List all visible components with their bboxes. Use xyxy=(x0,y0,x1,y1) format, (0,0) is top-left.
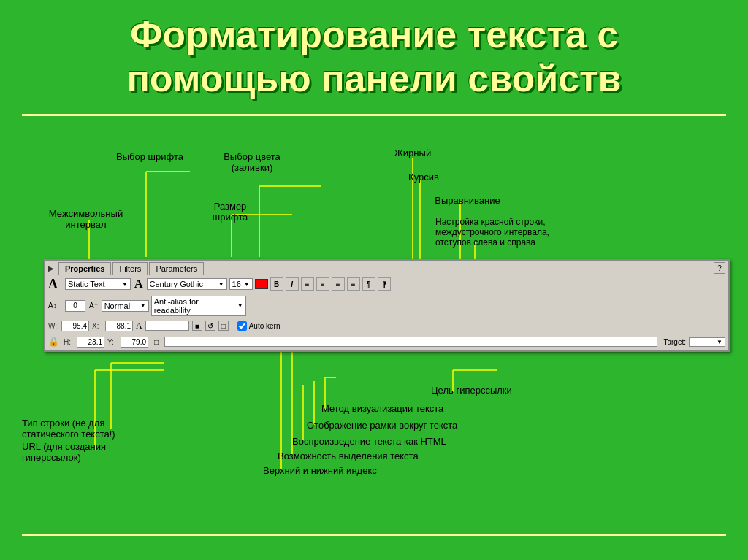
font-size-value: 16 xyxy=(232,280,241,288)
antialias-arrow-icon: ▼ xyxy=(237,302,243,309)
tab-parameters[interactable]: Parameters xyxy=(149,262,204,275)
tab-properties[interactable]: Properties xyxy=(58,262,111,275)
tab-filters[interactable]: Filters xyxy=(112,262,148,275)
normal-value: Normal xyxy=(104,302,130,310)
annotation-selectable: Возможность выделения текста xyxy=(278,450,471,462)
align-center-button[interactable]: ≡ xyxy=(316,277,329,291)
small-a-icon: A xyxy=(136,321,142,331)
av-label: A↕ xyxy=(48,302,63,310)
w-label: W: xyxy=(48,322,58,330)
justify-button[interactable]: ≡ xyxy=(347,277,360,291)
annotation-line-type: Тип строки (не для статического текста!) xyxy=(22,418,142,440)
annotation-superscript: Верхний и нижний индекс xyxy=(263,465,446,477)
normal-dropdown[interactable]: Normal ▼ xyxy=(102,300,149,312)
x-input[interactable] xyxy=(105,321,133,331)
text-preview-box xyxy=(145,321,189,331)
font-icon: A xyxy=(134,277,143,291)
panel-row-1: A Static Text ▼ A Century Gothic ▼ 16 ▼ … xyxy=(45,275,728,294)
italic-button[interactable]: I xyxy=(286,277,299,291)
antialias-value: Anti-alias for readability xyxy=(154,297,235,315)
text-type-arrow-icon: ▼ xyxy=(122,281,128,288)
refresh-btn[interactable]: ↺ xyxy=(205,321,215,331)
indent-button[interactable]: ⁋ xyxy=(378,277,391,291)
paragraph-button[interactable]: ¶ xyxy=(362,277,375,291)
a-superscript-label: A⁺ xyxy=(89,302,98,310)
annotation-alignment: Выравнивание xyxy=(413,195,522,207)
color-box[interactable] xyxy=(255,279,268,289)
autokern-checkbox[interactable] xyxy=(237,321,247,331)
panel-row-2: A↕ A⁺ Normal ▼ Anti-alias for readabilit… xyxy=(45,294,728,318)
text-type-value: Static Text xyxy=(68,280,105,288)
bottom-divider xyxy=(22,534,726,536)
target-arrow-icon: ▼ xyxy=(717,339,722,345)
diagram-area: Выбор шрифта Выбор цвета (заливки) Жирны… xyxy=(0,122,748,531)
panel-collapse-icon[interactable]: ▶ xyxy=(48,264,54,272)
panel-tabs: ▶ Properties Filters Parameters ? xyxy=(45,261,728,275)
normal-arrow-icon: ▼ xyxy=(140,302,146,309)
annotation-font-select: Выбор шрифта xyxy=(113,151,186,163)
annotation-render-html: Воспроизведение текста как HTML xyxy=(292,436,486,448)
font-dropdown[interactable]: Century Gothic ▼ xyxy=(147,278,227,290)
tracking-input[interactable] xyxy=(65,300,85,312)
font-size-arrow-icon: ▼ xyxy=(244,281,250,288)
align-left-button[interactable]: ≡ xyxy=(301,277,314,291)
target-dropdown[interactable]: ▼ xyxy=(689,337,725,347)
annotation-italic: Курсив xyxy=(394,172,453,183)
annotation-color-select: Выбор цвета (заливки) xyxy=(215,151,289,174)
annotation-tracking: Межсимвольный интервал xyxy=(37,208,135,231)
x-label: X: xyxy=(92,322,102,330)
align-right-button[interactable]: ≡ xyxy=(332,277,345,291)
help-button[interactable]: ? xyxy=(714,262,725,274)
annotation-url: URL (для создания гиперссылок) xyxy=(22,441,142,464)
font-dropdown-arrow-icon: ▼ xyxy=(218,281,224,288)
top-divider xyxy=(22,114,726,116)
h-label: H: xyxy=(64,338,74,346)
autokern-label: Auto kern xyxy=(249,322,280,330)
annotation-indent-full: Настройка красной строки,междустрочного … xyxy=(435,217,607,248)
font-name-value: Century Gothic xyxy=(150,280,203,288)
w-input[interactable] xyxy=(61,321,89,331)
text-icon: A xyxy=(48,277,63,292)
autokern-container: Auto kern xyxy=(237,321,280,331)
url-input-box[interactable] xyxy=(164,337,657,347)
h-input[interactable] xyxy=(77,337,104,348)
title: Форматирование текста с помощью панели с… xyxy=(29,13,719,101)
embed-btn[interactable]: □ xyxy=(218,321,229,331)
text-type-dropdown[interactable]: Static Text ▼ xyxy=(65,278,131,290)
target-row-icon: □ xyxy=(154,338,159,346)
y-label: Y: xyxy=(107,338,118,346)
annotation-hyperlink-target: Цель гиперссылки xyxy=(431,385,541,396)
panel-row-4: 🔒 H: Y: □ Target: ▼ xyxy=(45,334,728,350)
annotation-text-render: Метод визуализации текста xyxy=(321,403,482,415)
annotation-show-border: Отображение рамки вокруг текста xyxy=(307,420,489,431)
antialias-dropdown[interactable]: Anti-alias for readability ▼ xyxy=(151,296,246,316)
y-input[interactable] xyxy=(121,337,148,348)
annotation-bold: Жирный xyxy=(380,147,446,159)
text-color-btn[interactable]: ■ xyxy=(192,321,202,331)
target-label: Target: xyxy=(663,338,686,346)
panel-row-3: W: X: A ■ ↺ □ Auto kern xyxy=(45,318,728,334)
annotation-font-size: Размер шрифта xyxy=(197,201,263,223)
lock-icon: 🔒 xyxy=(48,337,59,347)
title-area: Форматирование текста с помощью панели с… xyxy=(0,0,748,108)
properties-panel: ▶ Properties Filters Parameters ? A Stat… xyxy=(44,259,730,352)
bold-button[interactable]: B xyxy=(270,277,283,291)
font-size-dropdown[interactable]: 16 ▼ xyxy=(229,278,253,290)
